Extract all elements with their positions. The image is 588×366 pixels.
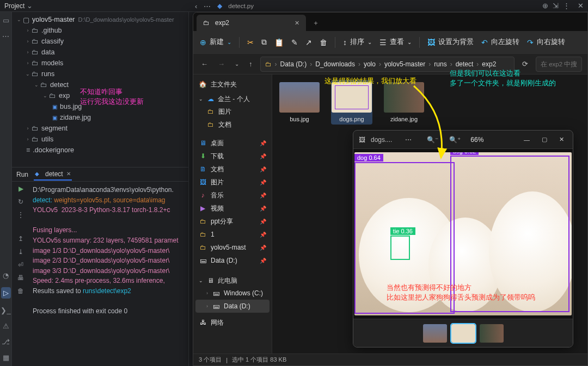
rerun-icon[interactable]: ▶ [19, 185, 23, 193]
sidebar-item-docs[interactable]: 🗎文档📌 [195, 163, 270, 176]
view-button[interactable]: ☰查看⌄ [379, 38, 412, 47]
cut-icon[interactable]: ✂ [247, 38, 254, 47]
rename-icon[interactable]: ✎ [291, 38, 298, 47]
rotate-right-button[interactable]: ↷向右旋转 [527, 38, 565, 47]
trash-icon[interactable]: 🗑 [17, 287, 24, 295]
console-output[interactable]: D:\ProgramData\anaconda3\envs\yolov5\pyt… [29, 182, 188, 366]
search-input[interactable] [536, 57, 582, 72]
project-dropdown[interactable]: Project ⌄ [4, 2, 33, 10]
zoom-out-icon[interactable]: 🔍⁻ [427, 136, 438, 144]
copy-icon[interactable]: ⧉ [261, 38, 267, 47]
image-viewer-window: 🖼 dogs.... ⋯ 🔍⁻ 🔍⁺ 66% — ▢ ✕ [353, 130, 573, 348]
sidebar-item-video[interactable]: ▶视频📌 [195, 202, 270, 215]
recent-icon[interactable]: ⌄ [232, 59, 241, 69]
collapse-icon[interactable]: ⇲ [553, 2, 559, 10]
stop-icon[interactable]: ↻ [18, 198, 23, 206]
sidebar-item[interactable]: 🖴Data (D:)📌 [195, 254, 270, 267]
sidebar-item-music[interactable]: ♪音乐📌 [195, 189, 270, 202]
tree-folder-exp[interactable]: ⌄🗀exp [12, 90, 188, 101]
console-more-icon[interactable]: ⋮ [17, 211, 24, 219]
up-icon[interactable]: ↑ [247, 58, 255, 70]
misc-tool-icon[interactable]: ▦ [3, 353, 9, 362]
viewer-titlebar[interactable]: 🖼 dogs.... ⋯ 🔍⁻ 🔍⁺ 66% — ▢ ✕ [353, 131, 573, 149]
file-thumb[interactable]: bus.jpg [279, 80, 320, 125]
project-tree[interactable]: ⌄▢yolov5-masterD:\D_downloads\yolo\yolov… [12, 12, 188, 167]
sidebar-item-desktop[interactable]: 🖥桌面📌 [195, 137, 270, 150]
problems-tool-icon[interactable]: ⚠ [3, 322, 9, 330]
close-icon[interactable]: ✕ [295, 20, 299, 27]
tree-file[interactable]: ▣bus.jpg [12, 101, 188, 112]
sidebar-group-thispc[interactable]: ⌄🖥此电脑 [195, 275, 270, 287]
tree-folder[interactable]: ›🗀classify [12, 36, 188, 47]
sidebar-item[interactable]: 🗀ppt分享📌 [195, 215, 270, 228]
step-icon[interactable]: ↥ [18, 235, 23, 243]
tree-folder-runs[interactable]: ⌄🗀runs [12, 69, 188, 79]
sidebar-item[interactable]: ›🖴Windows (C:) [195, 287, 270, 300]
more-tabs-icon[interactable]: ⋯ [204, 2, 211, 10]
print-icon[interactable]: 🖶 [17, 274, 24, 282]
vcs-tool-icon[interactable]: ⎇ [2, 338, 10, 346]
explorer-toolbar: ⊕新建⌄ ✂ ⧉ 📋 ✎ ↗ 🗑 ↕排序⌄ ☰查看⌄ 🖼设置为背景 ↶向左旋转 … [193, 31, 587, 54]
run-tab-detect[interactable]: ◆detect✕ [34, 169, 72, 181]
more-icon[interactable]: ⋯ [405, 136, 412, 144]
delete-icon[interactable]: 🗑 [320, 38, 327, 47]
project-tool-icon[interactable]: ▭ [3, 16, 9, 24]
sidebar-item[interactable]: ›🖴Data (D:) [195, 300, 270, 313]
run-tool-icon[interactable]: ▷ [1, 287, 11, 299]
sidebar-item[interactable]: 🗀yolov5-mast📌 [195, 241, 270, 254]
terminal-tool-icon[interactable]: ❯_ [1, 306, 10, 314]
back-icon[interactable]: ← [199, 58, 210, 70]
set-wallpaper-button[interactable]: 🖼设置为背景 [427, 38, 474, 47]
rotate-left-button[interactable]: ↶向左旋转 [481, 38, 519, 47]
minimize-icon[interactable]: — [520, 134, 533, 145]
breadcrumb[interactable]: 🗀› Data (D:)› D_downloads› yolo› yolov5-… [260, 57, 515, 72]
viewer-thumbstrip [353, 319, 573, 347]
explorer-sidebar[interactable]: 🏠主文件夹 ⌄☁金兰 - 个人 🗀图片 🗀文档 🖥桌面📌 ⬇下载📌 🗎文档📌 🖼… [193, 75, 272, 353]
file-thumb[interactable]: zidane.jpg [383, 80, 425, 125]
refresh-icon[interactable]: ⟳ [520, 58, 530, 70]
new-button[interactable]: ⊕新建⌄ [200, 38, 231, 47]
tree-file[interactable]: ▣zidane.jpg [12, 112, 188, 123]
tree-folder[interactable]: ›🗀utils [12, 134, 188, 145]
settings-icon[interactable]: ⋮ [563, 2, 570, 10]
scroll-icon[interactable]: ⤓ [18, 248, 23, 256]
sidebar-item-network[interactable]: 🖧网络 [195, 316, 270, 329]
sidebar-item[interactable]: 🗀图片 [195, 105, 270, 118]
structure-tool-icon[interactable]: ⋯ [2, 32, 9, 40]
viewer-title: dogs.... [371, 136, 392, 144]
close-icon[interactable]: ✕ [556, 134, 567, 145]
close-panel-icon[interactable]: ✕ [578, 2, 584, 10]
new-tab-button[interactable]: ＋ [306, 15, 326, 31]
git-tool-icon[interactable]: ◔ [3, 271, 9, 280]
explorer-tab[interactable]: 🗀exp2✕ [197, 15, 306, 31]
viewer-image[interactable]: dog 0.64dog 0.32tie 0.36 [353, 149, 573, 319]
maximize-icon[interactable]: ▢ [538, 134, 550, 145]
tree-root[interactable]: ⌄▢yolov5-masterD:\D_downloads\yolo\yolov… [12, 14, 188, 25]
paste-icon[interactable]: 📋 [274, 38, 284, 47]
sort-button[interactable]: ↕排序⌄ [343, 38, 372, 47]
sidebar-item-pics[interactable]: 🖼图片📌 [195, 176, 270, 189]
tree-folder[interactable]: ›🗀segment [12, 123, 188, 134]
prev-tab-icon[interactable]: ‹ [195, 2, 197, 10]
viewer-thumb[interactable] [423, 324, 447, 343]
sidebar-item-downloads[interactable]: ⬇下载📌 [195, 150, 270, 163]
explorer-content[interactable]: bus.jpg dogs.png zidane.jpg 🖼 dogs.... ⋯… [272, 75, 587, 353]
sidebar-item-home[interactable]: 🏠主文件夹 [195, 78, 270, 91]
editor-tab-detect[interactable]: ◆detect.py [217, 2, 254, 10]
file-thumb-selected[interactable]: dogs.png [331, 80, 372, 125]
sidebar-item[interactable]: 🗀文档 [195, 118, 270, 131]
share-icon[interactable]: ↗ [305, 38, 312, 47]
locate-icon[interactable]: ⊕ [542, 2, 548, 10]
tree-folder[interactable]: ›🗀data [12, 47, 188, 58]
tree-folder[interactable]: ›🗀models [12, 58, 188, 69]
tree-folder[interactable]: ›🗀.github [12, 25, 188, 36]
sidebar-item[interactable]: 🗀1📌 [195, 228, 270, 241]
tree-folder-detect[interactable]: ⌄🗀detect [12, 79, 188, 90]
zoom-in-icon[interactable]: 🔍⁺ [449, 136, 461, 144]
sidebar-group[interactable]: ⌄☁金兰 - 个人 [195, 93, 270, 105]
viewer-thumb[interactable] [480, 324, 504, 343]
forward-icon[interactable]: → [216, 58, 227, 70]
viewer-thumb[interactable] [451, 324, 475, 343]
tree-file[interactable]: ≡.dockerignore [12, 145, 188, 156]
wrap-icon[interactable]: ⏎ [18, 261, 23, 269]
